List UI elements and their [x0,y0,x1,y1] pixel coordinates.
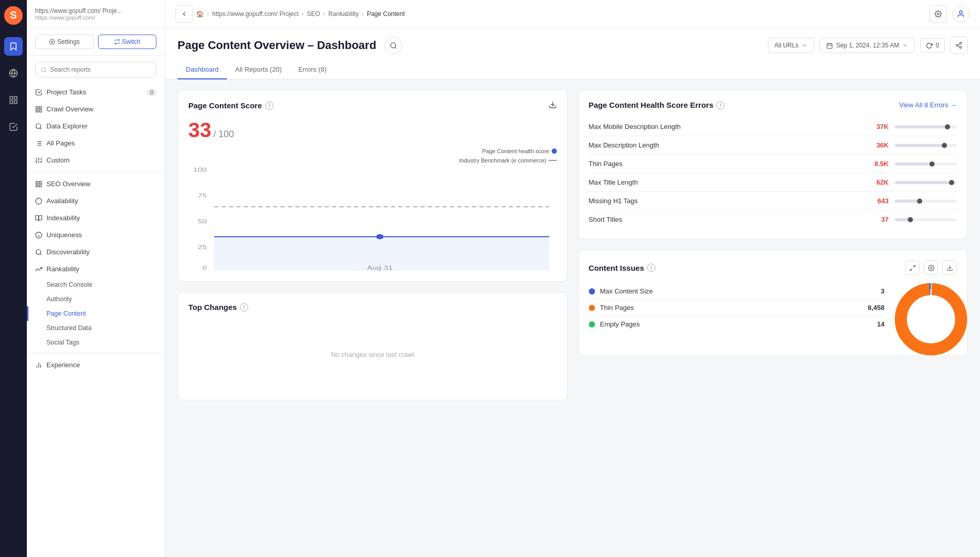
sidebar-item-all-pages[interactable]: All Pages [27,135,165,152]
sidebar-subitem-page-content[interactable]: Page Content [27,306,165,321]
error-value-2: 8.5K [863,160,889,168]
svg-rect-5 [14,96,17,99]
sidebar-sublabel-search-console: Search Console [46,281,92,288]
svg-rect-49 [827,43,832,48]
issue-dot-0 [589,288,595,294]
no-changes-message: No changes since last crawl [188,320,557,389]
score-max: / 100 [213,129,234,139]
search-input[interactable] [50,66,151,73]
health-errors-info-icon[interactable]: i [716,101,725,109]
main-content: 🏠 › https://www.gopuff.com/ Project › SE… [165,0,980,557]
app-logo[interactable]: S [4,6,23,25]
score-download-button[interactable] [549,101,557,110]
svg-point-36 [36,198,42,204]
share-button[interactable] [950,37,968,54]
refresh-button[interactable]: 0 [920,38,945,53]
sidebar-label-discoverability: Discoverability [46,248,90,256]
breadcrumb-page-content: Page Content [367,10,405,18]
switch-button[interactable]: Switch [98,35,157,49]
error-label-0: Max Mobile Description Length [589,123,681,130]
url-filter-dropdown[interactable]: All URLs [768,38,815,53]
sidebar-item-custom[interactable]: Custom [27,152,165,169]
sidebar-subitem-search-console[interactable]: Search Console [27,277,165,292]
page-search-button[interactable] [384,37,402,54]
error-label-4: Missing H1 Tags [589,197,638,205]
date-filter-label: Sep 1, 2024, 12:35 AM [836,42,899,49]
error-value-4: 643 [863,197,889,205]
svg-line-70 [910,268,912,270]
svg-point-46 [959,11,962,13]
view-all-errors-link[interactable]: View All 8 Errors → [899,101,957,109]
svg-point-9 [41,68,45,72]
sidebar-item-seo-overview[interactable]: SEO Overview [27,175,165,192]
site-name: https://www.gopuff.com/ Proje... [35,7,156,14]
sidebar-sublabel-social-tags: Social Tags [46,339,79,346]
sidebar-item-availability[interactable]: Availability [27,192,165,209]
error-value-1: 36K [863,141,889,149]
health-errors-card: Page Content Health Score Errors i View … [578,90,968,239]
sidebar-item-discoverability[interactable]: Discoverability [27,243,165,260]
svg-point-55 [960,46,962,48]
svg-rect-34 [36,185,38,187]
refresh-count: 0 [936,42,939,49]
download-button-issues[interactable] [942,260,957,275]
collapse-sidebar-button[interactable] [175,5,193,23]
date-filter-dropdown[interactable]: Sep 1, 2024, 12:35 AM [820,38,915,53]
error-row-5: Short Titles 37 [589,210,957,228]
svg-point-66 [376,234,383,239]
settings-gear-button[interactable] [929,5,947,23]
svg-rect-6 [10,101,12,104]
top-changes-info-icon[interactable]: i [240,303,248,312]
content-issues-actions [905,260,957,275]
svg-text:25: 25 [198,244,206,250]
left-column: Page Content Score i 33 / 100 P [178,90,568,547]
tab-dashboard[interactable]: Dashboard [178,60,227,79]
svg-point-37 [36,232,42,238]
nav-icon-bookmark[interactable] [4,37,23,56]
sidebar-label-all-pages: All Pages [46,139,75,147]
settings-button[interactable]: Settings [35,35,94,49]
sidebar-item-rankability[interactable]: Rankability [27,260,165,277]
sidebar-item-crawl-overview[interactable]: Crawl Overview [27,101,165,118]
breadcrumb-home-icon[interactable]: 🏠 [196,10,204,18]
sidebar-subitem-social-tags[interactable]: Social Tags [27,335,165,350]
user-avatar[interactable] [952,5,970,23]
sidebar-subitem-structured-data[interactable]: Structured Data [27,321,165,335]
svg-text:0: 0 [202,265,207,271]
sidebar-item-project-tasks[interactable]: Project Tasks 0 [27,84,165,101]
sidebar-label-crawl-overview: Crawl Overview [46,105,93,113]
sidebar-item-experience[interactable]: Experience [27,356,165,373]
content-issues-info-icon[interactable]: i [647,264,655,272]
sidebar-label-custom: Custom [46,156,70,164]
sidebar-label-indexability: Indexability [46,214,80,222]
nav-icon-globe[interactable] [4,64,23,83]
sidebar-item-uniqueness[interactable]: Uniqueness [27,226,165,243]
search-box[interactable] [35,62,156,77]
sidebar-subitem-authority[interactable]: Authority [27,292,165,306]
sidebar-label-rankability: Rankability [46,265,79,273]
sidebar-item-indexability[interactable]: Indexability [27,209,165,226]
nav-icon-check[interactable] [4,118,23,136]
svg-point-53 [960,42,962,44]
settings-button-issues[interactable] [924,260,938,275]
score-info-icon[interactable]: i [265,102,274,110]
nav-icon-grid[interactable] [4,91,23,109]
chart-legend: Page Content health score Industry Bench… [188,148,557,163]
expand-button[interactable] [905,260,920,275]
tab-all-reports[interactable]: All Reports (20) [227,60,290,79]
error-label-1: Max Description Length [589,141,660,149]
svg-rect-14 [39,110,41,112]
issue-row-2: Empty Pages 14 [589,316,885,332]
score-card: Page Content Score i 33 / 100 P [178,90,568,282]
error-bar-1 [895,144,957,147]
error-bar-3 [895,181,957,184]
svg-point-71 [930,267,931,268]
sidebar-item-data-explorer[interactable]: Data Explorer [27,118,165,135]
svg-text:50: 50 [198,218,206,224]
error-row-3: Max Title Length 62K [589,173,957,192]
url-filter-label: All URLs [775,42,799,49]
error-bar-2 [895,162,957,166]
legend-dot-health [552,149,557,154]
tab-errors[interactable]: Errors (8) [290,60,335,79]
issue-count-1: 8,458 [867,304,885,312]
